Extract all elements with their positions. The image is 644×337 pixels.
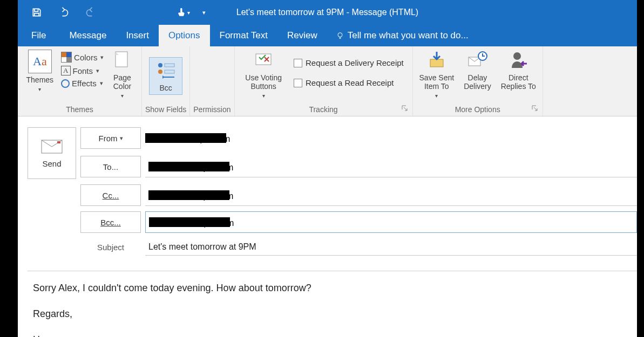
window-title: Let's meet tomorrow at 9PM - Message (HT… (236, 8, 418, 17)
message-body[interactable]: Sorry Alex, I couldn't come today evenin… (28, 271, 637, 337)
bcc-value-redacted: user8@example.com (149, 217, 230, 227)
group-label-tracking: Tracking (309, 104, 337, 115)
left-border (0, 0, 18, 337)
undo-button[interactable] (50, 0, 77, 25)
from-button[interactable]: From▾ (80, 127, 141, 149)
tab-file[interactable]: File (18, 25, 59, 46)
delivery-receipt-checkbox[interactable]: Request a Delivery Receipt (293, 56, 405, 70)
checkbox-icon (294, 59, 302, 67)
touch-mode-button[interactable]: ▾ (169, 0, 196, 25)
svg-rect-4 (165, 64, 174, 67)
right-border (637, 0, 644, 337)
undo-icon (58, 7, 69, 18)
to-button[interactable]: To... (80, 156, 141, 177)
dialog-launcher-icon (402, 105, 408, 112)
cc-field[interactable]: user3@example.com (145, 184, 637, 206)
tab-insert[interactable]: Insert (116, 25, 159, 46)
group-show-fields: Bcc Show Fields (142, 46, 190, 116)
ribbon: Aa Themes ▾ Colors▾ A Fonts▾ (18, 46, 637, 116)
group-more-options: Save Sent Item To ▾ Delay Delivery Dir (413, 46, 543, 116)
redo-button[interactable] (77, 0, 104, 25)
svg-rect-12 (57, 141, 60, 143)
save-sent-icon (426, 50, 448, 71)
bcc-icon (155, 60, 177, 81)
from-value-redacted: user2@example.com (145, 133, 226, 143)
delay-icon (466, 50, 488, 71)
to-value-redacted: user1@example.com (148, 162, 229, 171)
group-tracking: Use Voting Buttons ▾ Request a Delivery … (235, 46, 413, 116)
ribbon-tabs: File Message Insert Options Format Text … (18, 25, 637, 46)
group-label-permission: Permission (193, 104, 231, 115)
effects-icon (61, 79, 70, 88)
subject-label: Subject (80, 238, 141, 256)
cc-button[interactable]: Cc... (80, 184, 141, 206)
colors-button[interactable]: Colors▾ (60, 51, 105, 64)
tracking-dialog-launcher[interactable] (402, 105, 410, 114)
quick-access-toolbar: ▾ ▾ (18, 0, 212, 25)
delay-delivery-button[interactable]: Delay Delivery (460, 49, 494, 92)
checkbox-icon (294, 79, 302, 87)
svg-point-10 (513, 52, 521, 60)
title-bar: ▾ ▾ Let's meet tomorrow at 9PM - Message… (18, 0, 637, 25)
more-options-dialog-launcher[interactable] (532, 105, 540, 114)
subject-field[interactable]: Let's meet tomorrow at 9PM (145, 238, 637, 256)
redo-icon (85, 7, 96, 18)
signature-line: Regards, (33, 307, 632, 321)
from-field: user2@example.com (145, 127, 637, 149)
page-color-icon (111, 50, 133, 71)
tell-me-placeholder: Tell me what you want to do... (348, 30, 469, 41)
save-button[interactable] (23, 0, 50, 25)
group-label-themes: Themes (66, 104, 93, 115)
page-color-button[interactable]: Page Color ▾ (108, 49, 136, 100)
send-button[interactable]: Send (28, 127, 76, 179)
save-icon (31, 7, 42, 18)
envelope-icon (41, 140, 63, 154)
fonts-icon: A (61, 66, 70, 75)
group-themes: Aa Themes ▾ Colors▾ A Fonts▾ (18, 46, 142, 116)
direct-replies-to-button[interactable]: Direct Replies To (498, 49, 539, 92)
cc-value-redacted: user3@example.com (148, 190, 229, 200)
bcc-button[interactable]: Bcc... (80, 211, 141, 233)
effects-button[interactable]: Effects▾ (60, 78, 105, 89)
svg-point-3 (158, 70, 162, 74)
to-field[interactable]: user1@example.com (145, 156, 637, 177)
chevron-down-icon: ▾ (202, 9, 206, 16)
send-label: Send (42, 159, 61, 168)
svg-rect-5 (165, 70, 174, 73)
customize-qat-button[interactable]: ▾ (196, 0, 212, 25)
tab-options[interactable]: Options (159, 25, 210, 46)
tab-message[interactable]: Message (59, 25, 116, 46)
save-sent-item-to-button[interactable]: Save Sent Item To ▾ (416, 49, 458, 100)
tell-me-search[interactable]: Tell me what you want to do... (327, 25, 469, 46)
bcc-field[interactable]: user8@example.com (145, 211, 637, 233)
group-label-show-fields: Show Fields (145, 104, 186, 115)
read-receipt-checkbox[interactable]: Request a Read Receipt (293, 76, 405, 90)
svg-point-2 (158, 63, 162, 67)
touch-icon (175, 7, 186, 18)
colors-icon (61, 52, 72, 63)
fonts-button[interactable]: A Fonts▾ (60, 65, 105, 77)
signature-line: Hanna. (33, 333, 632, 337)
body-line: Sorry Alex, I couldn't come today evenin… (33, 281, 632, 295)
themes-button[interactable]: Aa Themes ▾ (23, 49, 57, 93)
use-voting-buttons[interactable]: Use Voting Buttons ▾ (242, 49, 285, 100)
direct-replies-icon (507, 50, 529, 71)
voting-icon (253, 50, 274, 71)
svg-rect-6 (256, 54, 271, 65)
tab-format-text[interactable]: Format Text (210, 25, 277, 46)
tab-review[interactable]: Review (277, 25, 327, 46)
group-label-more-options: More Options (455, 104, 500, 115)
compose-area: Send From▾ user2@example.com To... user1… (18, 116, 637, 337)
lightbulb-icon (336, 31, 344, 40)
group-permission: Permission (190, 46, 234, 116)
themes-icon: Aa (28, 50, 52, 73)
dialog-launcher-icon (532, 105, 538, 112)
svg-point-0 (338, 33, 342, 37)
bcc-toggle-button[interactable]: Bcc (149, 57, 182, 95)
